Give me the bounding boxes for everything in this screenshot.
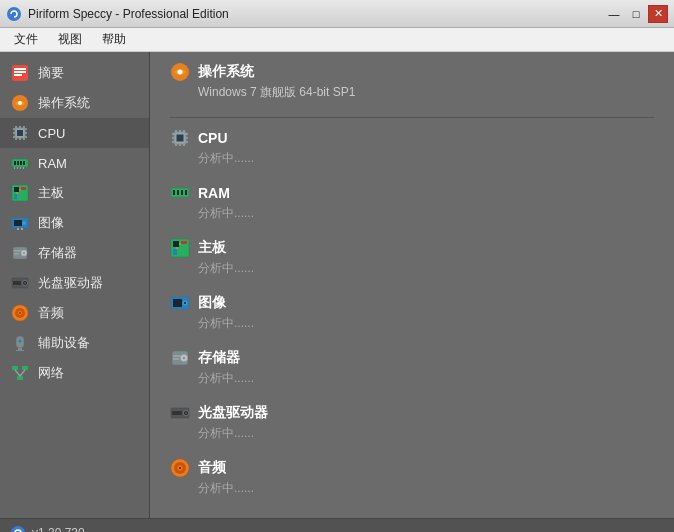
svg-rect-81 bbox=[177, 190, 179, 195]
divider-1 bbox=[170, 117, 654, 118]
svg-rect-86 bbox=[181, 241, 187, 244]
svg-point-0 bbox=[7, 7, 21, 21]
sidebar-label-os: 操作系统 bbox=[38, 94, 90, 112]
section-graphics-header: 图像 bbox=[170, 293, 654, 313]
svg-rect-100 bbox=[172, 411, 182, 415]
svg-rect-26 bbox=[14, 167, 15, 169]
menu-view[interactable]: 视图 bbox=[48, 29, 92, 50]
version-icon bbox=[10, 525, 26, 533]
content-motherboard-icon bbox=[170, 238, 190, 258]
svg-point-106 bbox=[179, 467, 181, 469]
svg-rect-23 bbox=[17, 161, 19, 165]
os-icon bbox=[10, 93, 30, 113]
svg-rect-2 bbox=[14, 68, 26, 70]
svg-rect-25 bbox=[23, 161, 25, 165]
svg-rect-87 bbox=[173, 249, 177, 255]
svg-rect-37 bbox=[14, 220, 22, 226]
section-storage-title: 存储器 bbox=[198, 349, 240, 367]
content-storage-icon bbox=[170, 348, 190, 368]
svg-rect-56 bbox=[16, 350, 24, 351]
sidebar-label-optical: 光盘驱动器 bbox=[38, 274, 103, 292]
section-cpu: CPU 分析中...... bbox=[170, 128, 654, 167]
svg-point-64 bbox=[178, 70, 183, 75]
svg-rect-40 bbox=[21, 228, 23, 230]
section-ram: RAM 分析中...... bbox=[170, 183, 654, 222]
svg-rect-98 bbox=[173, 358, 179, 360]
svg-rect-4 bbox=[14, 74, 22, 76]
svg-line-61 bbox=[15, 370, 20, 376]
sidebar-label-summary: 摘要 bbox=[38, 64, 64, 82]
svg-point-43 bbox=[23, 252, 25, 254]
section-storage-header: 存储器 bbox=[170, 348, 654, 368]
sidebar-item-audio[interactable]: 音频 bbox=[0, 298, 149, 328]
section-os: 操作系统 Windows 7 旗舰版 64-bit SP1 bbox=[170, 62, 654, 101]
graphics-icon bbox=[10, 213, 30, 233]
sidebar-item-motherboard[interactable]: 主板 bbox=[0, 178, 149, 208]
sidebar-item-cpu[interactable]: CPU bbox=[0, 118, 149, 148]
audio-icon bbox=[10, 303, 30, 323]
svg-rect-33 bbox=[14, 194, 17, 199]
menu-file[interactable]: 文件 bbox=[4, 29, 48, 50]
maximize-button[interactable]: □ bbox=[626, 5, 646, 23]
svg-rect-29 bbox=[23, 167, 24, 169]
svg-point-53 bbox=[19, 312, 21, 314]
svg-rect-24 bbox=[20, 161, 22, 165]
svg-rect-58 bbox=[12, 366, 18, 370]
storage-icon bbox=[10, 243, 30, 263]
section-cpu-header: CPU bbox=[170, 128, 654, 148]
svg-rect-44 bbox=[14, 250, 21, 252]
svg-rect-28 bbox=[20, 167, 21, 169]
window-title: Piriform Speccy - Professional Edition bbox=[28, 7, 229, 21]
svg-rect-8 bbox=[17, 130, 23, 136]
sidebar-item-graphics[interactable]: 图像 bbox=[0, 208, 149, 238]
section-ram-header: RAM bbox=[170, 183, 654, 203]
svg-rect-27 bbox=[17, 167, 18, 169]
minimize-button[interactable]: — bbox=[604, 5, 624, 23]
svg-rect-60 bbox=[17, 376, 23, 380]
sidebar-label-storage: 存储器 bbox=[38, 244, 77, 262]
section-motherboard-header: 主板 bbox=[170, 238, 654, 258]
sidebar-item-network[interactable]: 网络 bbox=[0, 358, 149, 388]
svg-rect-91 bbox=[173, 299, 182, 307]
close-button[interactable]: ✕ bbox=[648, 5, 668, 23]
section-motherboard-analyzing: 分析中...... bbox=[198, 260, 654, 277]
menu-help[interactable]: 帮助 bbox=[92, 29, 136, 50]
svg-rect-80 bbox=[173, 190, 175, 195]
section-os-subtitle: Windows 7 旗舰版 64-bit SP1 bbox=[198, 84, 654, 101]
content-graphics-icon bbox=[170, 293, 190, 313]
content-area: 操作系统 Windows 7 旗舰版 64-bit SP1 bbox=[150, 52, 674, 518]
sidebar-item-summary[interactable]: 摘要 bbox=[0, 58, 149, 88]
section-optical-title: 光盘驱动器 bbox=[198, 404, 268, 422]
svg-rect-31 bbox=[14, 187, 19, 192]
motherboard-icon bbox=[10, 183, 30, 203]
app-icon bbox=[6, 6, 22, 22]
menu-bar: 文件 视图 帮助 bbox=[0, 28, 674, 52]
section-audio-header: 音频 bbox=[170, 458, 654, 478]
sidebar-item-peripherals[interactable]: 辅助设备 bbox=[0, 328, 149, 358]
svg-rect-45 bbox=[14, 253, 19, 255]
sidebar-item-ram[interactable]: RAM bbox=[0, 148, 149, 178]
peripherals-icon bbox=[10, 333, 30, 353]
section-os-header: 操作系统 bbox=[170, 62, 654, 82]
sidebar-label-graphics: 图像 bbox=[38, 214, 64, 232]
sidebar-item-os[interactable]: 操作系统 bbox=[0, 88, 149, 118]
sidebar-label-cpu: CPU bbox=[38, 126, 65, 141]
title-bar: Piriform Speccy - Professional Edition —… bbox=[0, 0, 674, 28]
content-os-icon bbox=[170, 62, 190, 82]
section-ram-analyzing: 分析中...... bbox=[198, 205, 654, 222]
version-info: v1.30.730 bbox=[10, 525, 85, 533]
sidebar-item-optical[interactable]: 光盘驱动器 bbox=[0, 268, 149, 298]
cpu-icon bbox=[10, 123, 30, 143]
main-layout: 摘要 操作系统 bbox=[0, 52, 674, 518]
section-audio-title: 音频 bbox=[198, 459, 226, 477]
sidebar-item-storage[interactable]: 存储器 bbox=[0, 238, 149, 268]
sidebar-label-network: 网络 bbox=[38, 364, 64, 382]
svg-rect-85 bbox=[173, 241, 179, 247]
section-audio: 音频 分析中...... bbox=[170, 458, 654, 497]
sidebar: 摘要 操作系统 bbox=[0, 52, 150, 518]
section-graphics-analyzing: 分析中...... bbox=[198, 315, 654, 332]
section-cpu-title: CPU bbox=[198, 130, 228, 146]
svg-rect-83 bbox=[185, 190, 187, 195]
section-graphics: 图像 分析中...... bbox=[170, 293, 654, 332]
svg-rect-82 bbox=[181, 190, 183, 195]
